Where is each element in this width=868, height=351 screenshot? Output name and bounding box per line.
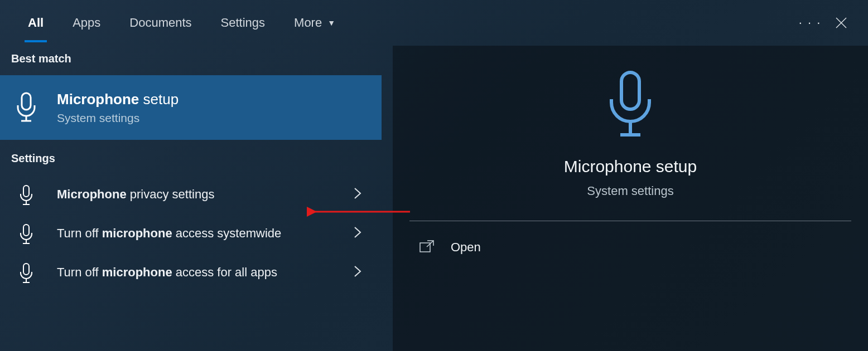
svg-rect-17 [420, 243, 430, 252]
svg-rect-14 [621, 72, 639, 109]
close-button[interactable] [826, 7, 857, 38]
best-match-title: Microphone setup [57, 91, 179, 108]
chevron-right-icon[interactable] [354, 226, 361, 241]
tab-label: All [28, 16, 44, 30]
settings-result-access-all-apps[interactable]: Turn off microphone access for all apps [0, 253, 382, 292]
svg-rect-5 [23, 186, 29, 197]
preview-subtitle: System settings [587, 184, 673, 198]
settings-heading: Settings [0, 140, 382, 175]
best-match-subtitle: System settings [57, 111, 179, 125]
svg-rect-2 [22, 93, 31, 110]
microphone-icon [11, 261, 41, 284]
best-match-heading: Best match [0, 46, 382, 75]
tab-documents[interactable]: Documents [115, 0, 206, 46]
search-tabs: All Apps Documents Settings More ▼ · · · [0, 0, 868, 46]
chevron-down-icon: ▼ [327, 18, 335, 27]
microphone-icon [11, 183, 41, 206]
more-options-button[interactable]: · · · [794, 7, 826, 38]
tab-label: Documents [129, 16, 191, 30]
tab-label: Apps [73, 16, 100, 30]
tab-apps[interactable]: Apps [58, 0, 115, 46]
svg-rect-11 [23, 264, 29, 275]
microphone-icon [11, 222, 41, 245]
preview-title: Microphone setup [564, 157, 697, 176]
settings-result-privacy[interactable]: Microphone privacy settings [0, 175, 382, 214]
microphone-icon [602, 70, 658, 145]
result-label: Turn off microphone access systemwide [57, 225, 370, 242]
tab-label: Settings [221, 16, 266, 30]
result-label: Microphone privacy settings [57, 186, 370, 203]
tab-more[interactable]: More ▼ [279, 0, 350, 46]
preview-pane: Microphone setup System settings Open [393, 46, 868, 351]
chevron-right-icon[interactable] [354, 187, 361, 202]
microphone-icon [11, 92, 41, 123]
best-match-result[interactable]: Microphone setup System settings [0, 75, 382, 140]
results-pane: Best match Microphone setup System setti… [0, 46, 382, 351]
svg-rect-8 [23, 225, 29, 236]
tab-label: More [294, 16, 322, 30]
open-label: Open [451, 240, 481, 255]
open-external-icon [419, 240, 434, 255]
tab-all[interactable]: All [13, 0, 58, 46]
open-action[interactable]: Open [393, 221, 868, 274]
main-area: Best match Microphone setup System setti… [0, 46, 868, 351]
chevron-right-icon[interactable] [354, 265, 361, 280]
tab-settings[interactable]: Settings [206, 0, 280, 46]
settings-result-access-systemwide[interactable]: Turn off microphone access systemwide [0, 214, 382, 253]
result-label: Turn off microphone access for all apps [57, 264, 370, 281]
